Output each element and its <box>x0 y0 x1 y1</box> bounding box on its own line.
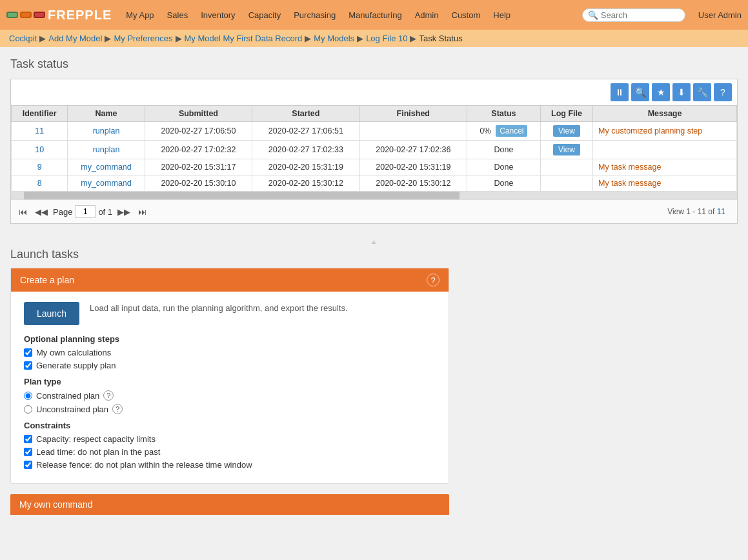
task-view-btn[interactable]: View <box>553 125 580 137</box>
nav-sales[interactable]: Sales <box>162 8 194 23</box>
task-name-link[interactable]: runplan <box>93 126 120 135</box>
task-finished: 2020-02-27 17:02:36 <box>359 141 467 159</box>
task-name-link[interactable]: runplan <box>93 145 120 154</box>
nav-inventory[interactable]: Inventory <box>196 8 240 23</box>
create-plan-title: Create a plan <box>20 275 74 285</box>
checkbox-my-own-calc-input[interactable] <box>24 348 32 357</box>
task-table: Identifier Name Submitted Started Finish… <box>11 105 737 192</box>
task-id-link[interactable]: 8 <box>37 179 42 188</box>
task-logfile: View <box>540 122 592 141</box>
col-started: Started <box>252 106 359 122</box>
breadcrumb-my-preferences[interactable]: My Preferences <box>114 34 172 43</box>
launch-tasks-section: Launch tasks Create a plan ? Launch Load… <box>10 248 738 515</box>
nav-capacity[interactable]: Capacity <box>243 8 287 23</box>
toolbar-help-btn[interactable]: ? <box>714 83 732 101</box>
task-name-link[interactable]: my_command <box>81 179 132 188</box>
task-message <box>593 141 737 159</box>
task-submitted: 2020-02-27 17:02:32 <box>145 141 252 159</box>
h-scrollbar[interactable] <box>11 192 737 199</box>
task-name-link[interactable]: my_command <box>81 163 132 172</box>
search-input[interactable] <box>601 10 678 20</box>
radio-unconstrained-input[interactable] <box>24 405 32 414</box>
logo-text: FREPPLE <box>48 8 112 23</box>
task-status: 0% Cancel <box>467 122 541 141</box>
breadcrumb-my-models[interactable]: My Models <box>314 34 354 43</box>
page-of-label: of 1 <box>98 207 112 217</box>
task-pct: 0% <box>480 126 493 135</box>
table-row: 10runplan2020-02-27 17:02:322020-02-27 1… <box>12 141 737 159</box>
task-id-link[interactable]: 9 <box>37 163 42 172</box>
task-id-link[interactable]: 11 <box>35 126 44 135</box>
radio-constrained-input[interactable] <box>24 392 32 400</box>
logo-icon-green <box>6 12 18 18</box>
task-finished: 2020-02-20 15:31:19 <box>359 159 467 175</box>
radio-constrained: Constrained plan ? <box>24 390 436 401</box>
nav-custom[interactable]: Custom <box>447 8 486 23</box>
task-message: My task message <box>593 159 737 175</box>
task-started: 2020-02-27 17:02:33 <box>252 141 359 159</box>
checkbox-generate-supply-input[interactable] <box>24 361 32 370</box>
logo-icon-red <box>34 12 45 18</box>
checkbox-my-own-calc: My own calculations <box>24 348 436 357</box>
create-plan-help-icon[interactable]: ? <box>427 274 440 286</box>
radio-constrained-label: Constrained plan <box>36 391 99 401</box>
col-finished: Finished <box>359 106 467 122</box>
checkbox-my-own-calc-label: My own calculations <box>36 348 111 357</box>
col-message: Message <box>593 106 737 122</box>
breadcrumb-my-model-first[interactable]: My Model My First Data Record <box>185 34 303 43</box>
task-view-btn[interactable]: View <box>553 144 580 155</box>
launch-row: Launch Load all input data, run the plan… <box>24 302 436 325</box>
nav-help[interactable]: Help <box>488 8 516 23</box>
breadcrumb-add-my-model[interactable]: Add My Model <box>48 34 102 43</box>
col-logfile: Log File <box>540 106 592 122</box>
page-title: Task status <box>10 57 738 71</box>
nav-manufacturing[interactable]: Manufacturing <box>343 8 407 23</box>
checkbox-leadtime: Lead time: do not plan in the past <box>24 447 436 457</box>
task-table-section: ⏸ 🔍 ★ ⬇ 🔧 ? Identifier Name Submitted St… <box>10 79 738 224</box>
toolbar-search-btn[interactable]: 🔍 <box>631 83 649 101</box>
page-first-btn[interactable]: ⏮ <box>16 206 30 218</box>
h-scrollbar-thumb[interactable] <box>24 192 460 199</box>
nav-myapp[interactable]: My App <box>121 8 159 23</box>
table-row: 8my_command2020-02-20 15:30:102020-02-20… <box>12 175 737 192</box>
launch-button[interactable]: Launch <box>24 302 79 325</box>
unconstrained-help-icon[interactable]: ? <box>112 404 123 414</box>
checkbox-releasefence-label: Release fence: do not plan within the re… <box>36 460 252 470</box>
page-prev-btn[interactable]: ◀◀ <box>32 206 50 218</box>
toolbar-download-btn[interactable]: ⬇ <box>672 83 691 101</box>
checkbox-capacity-input[interactable] <box>24 435 32 443</box>
checkbox-releasefence-input[interactable] <box>24 461 32 469</box>
col-submitted: Submitted <box>145 106 252 122</box>
constrained-help-icon[interactable]: ? <box>103 390 114 401</box>
task-tbody: 11runplan2020-02-27 17:06:502020-02-27 1… <box>12 122 737 192</box>
task-id-link[interactable]: 10 <box>35 145 44 154</box>
toolbar-star-btn[interactable]: ★ <box>652 83 670 101</box>
checkbox-capacity: Capacity: respect capacity limits <box>24 434 436 444</box>
view-count-link[interactable]: 11 <box>717 207 725 216</box>
task-started: 2020-02-20 15:30:12 <box>252 175 359 192</box>
task-cancel-btn[interactable]: Cancel <box>496 125 527 137</box>
launch-description: Load all input data, run the planning al… <box>90 302 348 315</box>
task-started: 2020-02-20 15:31:19 <box>252 159 359 175</box>
logo: FREPPLE <box>6 8 112 23</box>
task-started: 2020-02-27 17:06:51 <box>252 122 359 141</box>
main-content: Task status ⏸ 🔍 ★ ⬇ 🔧 ? Identifier Name … <box>0 47 748 525</box>
table-row: 9my_command2020-02-20 15:31:172020-02-20… <box>12 159 737 175</box>
user-admin-label[interactable]: User Admin <box>698 10 742 20</box>
checkbox-leadtime-input[interactable] <box>24 448 32 456</box>
toolbar-pause-btn[interactable]: ⏸ <box>611 83 629 101</box>
page-last-btn[interactable]: ⏭ <box>136 206 149 218</box>
radio-unconstrained-label: Unconstrained plan <box>36 405 108 414</box>
page-next-btn[interactable]: ▶▶ <box>115 206 133 218</box>
toolbar-settings-btn[interactable]: 🔧 <box>693 83 711 101</box>
page-input[interactable] <box>75 205 96 218</box>
resize-handle[interactable]: ≡ <box>10 237 738 248</box>
breadcrumb-cockpit[interactable]: Cockpit <box>9 34 37 43</box>
nav-purchasing[interactable]: Purchasing <box>288 8 341 23</box>
task-status: Done <box>467 141 541 159</box>
task-status: Done <box>467 159 541 175</box>
nav-admin[interactable]: Admin <box>410 8 444 23</box>
breadcrumb-log-file[interactable]: Log File 10 <box>366 34 407 43</box>
task-status: Done <box>467 175 541 192</box>
checkbox-releasefence: Release fence: do not plan within the re… <box>24 460 436 470</box>
